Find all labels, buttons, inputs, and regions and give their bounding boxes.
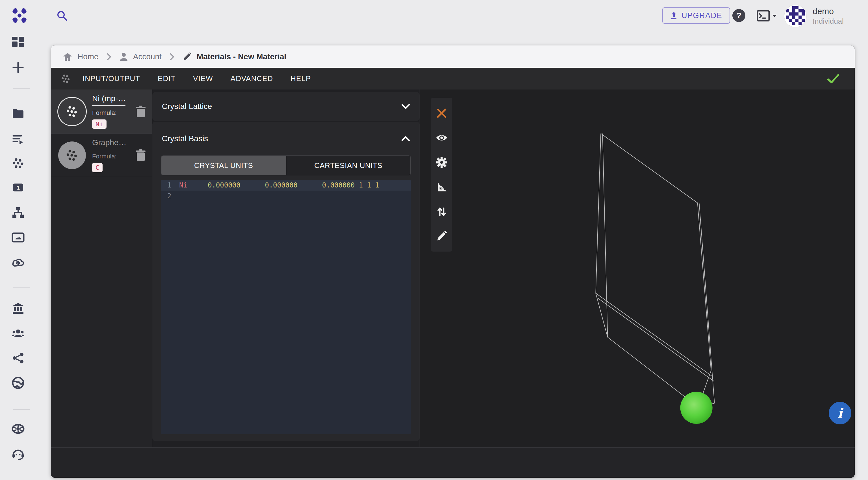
viewer-toolbar (431, 98, 453, 251)
material-name-field[interactable]: Graphe… (92, 138, 125, 149)
pencil-icon (183, 52, 192, 61)
green-checkmark-icon (827, 74, 839, 84)
terminal-icon (757, 10, 770, 22)
card-footer (51, 447, 855, 478)
atoms-dots-icon (59, 72, 72, 85)
sidebar-divider (13, 409, 30, 410)
eye-icon[interactable] (435, 131, 448, 144)
material-item-ni[interactable]: Ni (mp-… Formula: Ni (51, 90, 152, 134)
material-name-field[interactable]: Ni (mp-… (92, 94, 125, 106)
menubar: INPUT/OUTPUT EDIT VIEW ADVANCED HELP (51, 68, 855, 90)
chevron-up-icon[interactable] (402, 136, 410, 141)
breadcrumb-home-label: Home (78, 52, 99, 61)
chevron-down-icon (772, 14, 777, 18)
section-title: Crystal Lattice (162, 102, 212, 111)
user-menu[interactable]: demo Individual (784, 5, 844, 27)
material-avatar (58, 98, 86, 125)
gear-icon[interactable] (435, 156, 448, 169)
editor-panel: Crystal Lattice Crystal Basis CRYSTAL UN… (152, 90, 420, 447)
line-number: 1 (161, 180, 179, 191)
pencil-icon[interactable] (435, 230, 448, 243)
info-icon[interactable]: i (829, 402, 851, 424)
crystal-basis-section: Crystal Basis CRYSTAL UNITS CARTESIAN UN… (152, 122, 420, 441)
tab-crystal-units[interactable]: CRYSTAL UNITS (161, 156, 286, 175)
chevron-down-icon[interactable] (402, 104, 410, 109)
breadcrumb-home[interactable]: Home (63, 52, 99, 61)
line-number: 2 (161, 191, 179, 201)
folder-icon[interactable] (11, 106, 25, 121)
formula-label: Formula: (92, 153, 129, 160)
close-icon[interactable] (435, 107, 448, 120)
units-tabs: CRYSTAL UNITS CARTESIAN UNITS (161, 156, 411, 175)
material-avatar (58, 141, 86, 169)
viewer-3d[interactable]: i (420, 90, 855, 447)
atoms-icon[interactable] (11, 156, 25, 171)
sidebar-divider (13, 287, 30, 288)
cloud-upload-icon[interactable] (11, 255, 25, 270)
support-headset-icon[interactable] (11, 446, 25, 461)
menu-help[interactable]: HELP (283, 69, 318, 88)
tab-cartesian-units[interactable]: CARTESIAN UNITS (286, 156, 411, 175)
set-square-icon[interactable] (435, 180, 448, 194)
menu-input-output[interactable]: INPUT/OUTPUT (75, 69, 148, 88)
element-token: Ni (179, 180, 187, 191)
upload-icon (670, 11, 678, 20)
unit-cell-wireframe (420, 90, 855, 447)
share-icon[interactable] (11, 351, 25, 365)
coordinates-token: 0.000000 0.000000 0.000000 1 1 1 (187, 180, 379, 191)
section-title: Crystal Basis (162, 134, 208, 143)
page-title: Materials - New Material (197, 52, 286, 61)
atom-sphere (680, 391, 713, 424)
globe-icon[interactable] (11, 376, 25, 390)
workflow-tree-icon[interactable] (11, 205, 25, 220)
upgrade-button[interactable]: UPGRADE (662, 7, 730, 24)
basis-code-editor[interactable]: 1 Ni 0.000000 0.000000 0.000000 1 1 1 2 (161, 180, 411, 434)
person-icon (120, 52, 128, 61)
people-icon[interactable] (11, 326, 25, 341)
breadcrumb-current: Materials - New Material (183, 52, 286, 61)
crystal-lattice-section[interactable]: Crystal Lattice (152, 92, 420, 121)
code-line-1[interactable]: 1 Ni 0.000000 0.000000 0.000000 1 1 1 (161, 180, 411, 191)
svg-text:1: 1 (17, 184, 20, 192)
material-item-graphene[interactable]: Graphe… Formula: C (51, 134, 152, 177)
chevron-right-icon (170, 54, 174, 60)
menu-advanced[interactable]: ADVANCED (223, 69, 281, 88)
delete-material-icon[interactable] (135, 105, 146, 118)
user-plan: Individual (813, 16, 844, 26)
plus-icon[interactable] (11, 60, 25, 75)
one-badge-icon[interactable]: 1 (11, 180, 25, 195)
crystal-basis-header[interactable]: Crystal Basis (152, 122, 420, 156)
chevron-right-icon (107, 54, 111, 60)
formula-badge: Ni (92, 119, 106, 129)
image-icon[interactable] (11, 230, 25, 245)
formula-badge: C (92, 163, 102, 172)
menu-edit[interactable]: EDIT (150, 69, 183, 88)
upgrade-label: UPGRADE (682, 11, 722, 20)
home-icon (63, 52, 72, 61)
console-menu-button[interactable] (757, 10, 778, 22)
menu-view[interactable]: VIEW (186, 69, 220, 88)
materials-list: Ni (mp-… Formula: Ni (51, 90, 152, 447)
user-name: demo (813, 6, 844, 16)
search-icon[interactable] (56, 10, 68, 22)
delete-material-icon[interactable] (135, 149, 146, 162)
sidebar-divider (13, 89, 30, 89)
wheel-icon[interactable] (11, 421, 25, 436)
bank-icon[interactable] (11, 301, 25, 316)
playlist-play-icon[interactable] (11, 132, 25, 146)
swap-vertical-icon[interactable] (435, 205, 448, 218)
mat3ra-logo-icon[interactable] (11, 7, 28, 24)
breadcrumb: Home Account Materials - New Material (51, 45, 855, 68)
breadcrumb-account[interactable]: Account (120, 52, 162, 61)
code-line-2[interactable]: 2 (161, 191, 411, 201)
dashboard-icon[interactable] (11, 35, 25, 50)
breadcrumb-account-label: Account (133, 52, 162, 61)
main-card: Home Account Materials - New Material (51, 45, 855, 478)
help-icon[interactable]: ? (733, 9, 745, 22)
formula-label: Formula: (92, 109, 129, 116)
avatar (784, 5, 806, 27)
